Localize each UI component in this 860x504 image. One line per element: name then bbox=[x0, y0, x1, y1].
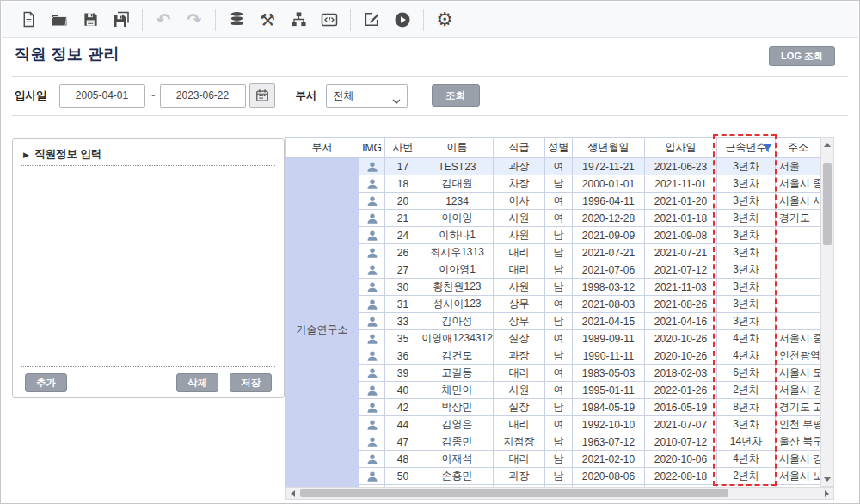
cell-tenure: 3년차 bbox=[717, 261, 776, 279]
cell-birth: 1972-11-21 bbox=[573, 158, 645, 175]
code-icon[interactable] bbox=[320, 10, 339, 29]
save-all-icon[interactable] bbox=[112, 10, 131, 29]
table-row[interactable]: 31성시아123상무여2021-08-032021-08-263년차 bbox=[286, 296, 821, 313]
employee-grid: 부서IMG사번이름직급성별생년월일입사일근속년수주소 기술연구소17TEST23… bbox=[285, 137, 821, 487]
cell-address: 인천 부평구 bbox=[776, 416, 821, 433]
column-header[interactable]: 이름 bbox=[421, 138, 494, 158]
table-row[interactable]: 26최시우1313대리남2021-07-212021-07-213년차 bbox=[286, 244, 821, 261]
settings-icon[interactable]: ⚙ bbox=[435, 10, 454, 29]
cell-address: 울산 북구 bbox=[776, 433, 821, 451]
table-row[interactable]: 27이아영1대리남2021-07-062021-07-123년차 bbox=[286, 261, 821, 279]
cell-hire-date: 2021-04-16 bbox=[645, 313, 717, 330]
table-row[interactable]: 35이영애1234312실장여1989-09-112020-10-264년차서울… bbox=[286, 330, 821, 347]
column-header[interactable]: 사번 bbox=[385, 138, 421, 158]
column-header[interactable]: 근속년수 bbox=[717, 138, 776, 158]
table-row[interactable]: 40채민아사원여1995-01-112022-01-262년차서울시 강북... bbox=[286, 382, 821, 399]
undo-icon[interactable]: ↶ bbox=[154, 10, 173, 29]
scroll-left-arrow[interactable] bbox=[286, 488, 298, 499]
database-icon[interactable] bbox=[227, 10, 246, 29]
edit-icon[interactable] bbox=[362, 10, 381, 29]
cell-name: 1234 bbox=[421, 193, 494, 210]
vertical-scroll-thumb[interactable] bbox=[823, 163, 832, 245]
table-row[interactable]: 24이하나1사원남2021-09-092021-09-083년차 bbox=[286, 227, 821, 244]
cell-birth: 2021-07-21 bbox=[573, 244, 645, 261]
cell-hire-date: 2018-02-03 bbox=[645, 365, 717, 382]
vertical-scrollbar[interactable] bbox=[820, 137, 834, 487]
cell-birth: 1984-05-19 bbox=[573, 399, 645, 416]
cell-address: 서울시 서울 bbox=[776, 193, 821, 210]
horizontal-scrollbar[interactable] bbox=[285, 487, 834, 500]
cell-hire-date: 2021-01-18 bbox=[645, 210, 717, 227]
employee-image-cell bbox=[359, 399, 385, 416]
column-header[interactable]: 입사일 bbox=[645, 138, 717, 158]
horizontal-scroll-thumb[interactable] bbox=[300, 489, 728, 497]
cell-name: 고길동 bbox=[421, 365, 494, 382]
scroll-down-arrow[interactable] bbox=[821, 473, 833, 485]
cell-address: 서울 bbox=[776, 158, 821, 175]
cell-birth: 2021-08-03 bbox=[573, 296, 645, 313]
open-folder-icon[interactable] bbox=[50, 10, 69, 29]
tools-icon[interactable]: ⚒ bbox=[258, 10, 277, 29]
column-header[interactable]: 주소 bbox=[776, 138, 821, 158]
hire-date-label: 입사일 bbox=[15, 89, 47, 103]
run-icon[interactable] bbox=[393, 10, 412, 29]
collapse-arrow-icon: ▶ bbox=[23, 151, 29, 159]
search-button[interactable]: 조회 bbox=[432, 84, 480, 107]
log-search-button[interactable]: LOG 조회 bbox=[769, 46, 835, 66]
cell-gender: 남 bbox=[545, 468, 573, 485]
cell-birth: 2021-04-15 bbox=[573, 313, 645, 330]
table-row[interactable]: 36김건모과장남1990-11-112020-10-264년차인천광역시 ... bbox=[286, 347, 821, 365]
scroll-up-arrow[interactable] bbox=[821, 138, 833, 151]
cell-gender: 남 bbox=[545, 399, 573, 416]
panel-collapse-header[interactable]: ▶ 직원정보 입력 bbox=[23, 147, 101, 162]
table-row[interactable]: 50손흥민과장남2020-08-062022-08-182년차서울시 노원... bbox=[286, 468, 821, 485]
cell-name: 이영애1234312 bbox=[421, 330, 494, 347]
table-row[interactable]: 30황찬원123사원남1998-03-122021-11-033년차 bbox=[286, 279, 821, 296]
date-from-input[interactable] bbox=[59, 84, 145, 108]
cell-address: 경기도 bbox=[776, 210, 821, 227]
add-button[interactable]: 추가 bbox=[25, 373, 67, 392]
table-row[interactable]: 42박상민실장남1984-05-192016-05-198년차경기도 고양... bbox=[286, 399, 821, 416]
person-icon bbox=[366, 212, 378, 224]
column-header[interactable]: 생년월일 bbox=[573, 138, 645, 158]
column-header[interactable]: IMG bbox=[359, 138, 385, 158]
cell-name: 김건모 bbox=[421, 347, 494, 365]
table-row[interactable]: 48이재석대리남2021-02-102020-10-064년차서울시 강남... bbox=[286, 451, 821, 468]
column-header[interactable]: 성별 bbox=[545, 138, 573, 158]
cell-name: 이아영1 bbox=[421, 261, 494, 279]
delete-button[interactable]: 삭제 bbox=[176, 373, 218, 392]
cell-hire-date: 2021-06-23 bbox=[645, 158, 717, 175]
cell-gender: 여 bbox=[545, 158, 573, 175]
cell-tenure: 14년차 bbox=[717, 433, 776, 451]
table-row[interactable]: 21아아잉사원여2020-12-282021-01-183년차경기도 bbox=[286, 210, 821, 227]
filter-funnel-icon[interactable] bbox=[763, 144, 772, 156]
column-header[interactable]: 부서 bbox=[286, 138, 359, 158]
redo-icon[interactable]: ↷ bbox=[185, 10, 204, 29]
cell-tenure: 3년차 bbox=[717, 193, 776, 210]
sitemap-icon[interactable] bbox=[289, 10, 308, 29]
table-row[interactable]: 47김종민지점장남1963-07-122010-07-1214년차울산 북구 bbox=[286, 433, 821, 451]
cell-birth: 1992-10-10 bbox=[573, 416, 645, 433]
table-row[interactable]: 33김아성상무남2021-04-152021-04-163년차 bbox=[286, 313, 821, 330]
save-button[interactable]: 저장 bbox=[230, 373, 272, 392]
cell-gender: 남 bbox=[545, 433, 573, 451]
table-row[interactable]: 18김대원차장남2000-01-012021-11-013년차서울시 종로... bbox=[286, 175, 821, 193]
cell-tenure: 3년차 bbox=[717, 210, 776, 227]
cell-birth: 1963-07-12 bbox=[573, 433, 645, 451]
cell-address bbox=[776, 313, 821, 330]
cell-birth: 2021-07-06 bbox=[573, 261, 645, 279]
employee-image-cell bbox=[359, 175, 385, 193]
new-document-icon[interactable] bbox=[19, 10, 38, 29]
date-to-input[interactable] bbox=[160, 84, 246, 108]
column-header[interactable]: 직급 bbox=[494, 138, 545, 158]
cell-tenure: 4년차 bbox=[717, 330, 776, 347]
table-row[interactable]: 44김영은대리여1992-10-102021-07-073년차인천 부평구 bbox=[286, 416, 821, 433]
save-icon[interactable] bbox=[81, 10, 100, 29]
calendar-button[interactable] bbox=[249, 83, 275, 108]
scroll-right-arrow[interactable] bbox=[820, 488, 832, 499]
table-row[interactable]: 39고길동대리여1983-05-032018-02-036년차서울시 도봉... bbox=[286, 365, 821, 382]
employee-image-cell bbox=[359, 279, 385, 296]
table-row[interactable]: 기술연구소17TEST23과장여1972-11-212021-06-233년차서… bbox=[286, 158, 821, 175]
department-select[interactable]: 전체 bbox=[326, 84, 408, 108]
table-row[interactable]: 201234이사여1996-04-112021-01-203년차서울시 서울 bbox=[286, 193, 821, 210]
